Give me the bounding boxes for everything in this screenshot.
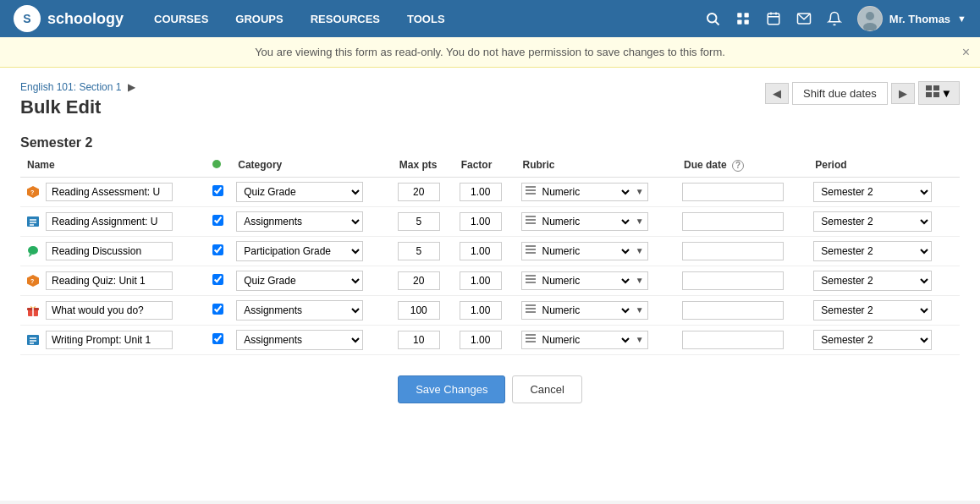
svg-rect-32 [526,245,536,247]
row-checkbox-3[interactable] [212,274,223,285]
name-input-3[interactable] [46,271,173,290]
period-select-0[interactable]: Semester 2Semester 1 [813,182,932,202]
search-button[interactable] [705,11,720,26]
factor-input-5[interactable] [460,331,502,349]
period-select-4[interactable]: Semester 2Semester 1 [813,300,932,320]
duedate-cell-0 [677,177,808,206]
duedate-help-icon[interactable]: ? [732,160,744,172]
rubric-icon-0 [526,185,536,198]
view-chevron-icon: ▼ [941,87,952,100]
notice-close-button[interactable]: × [962,45,970,60]
name-input-4[interactable] [46,301,173,320]
rubric-select-4[interactable]: NumericRubric 1 [539,304,632,317]
maxpts-input-1[interactable] [398,212,440,231]
grid-button[interactable] [735,11,751,26]
nav-tools[interactable]: TOOLS [402,9,450,29]
category-select-0[interactable]: Quiz GradeAssignmentsParticipation Grade… [236,182,363,202]
maxpts-input-0[interactable] [398,183,440,201]
factor-cell-2 [454,236,516,266]
user-menu[interactable]: Mr. Thomas ▼ [857,6,966,31]
category-select-1[interactable]: Quiz GradeAssignmentsParticipation Grade… [236,211,363,232]
period-select-3[interactable]: Semester 2Semester 1 [813,271,932,291]
factor-input-2[interactable] [460,242,502,260]
maxpts-input-4[interactable] [398,301,440,320]
notice-text: You are viewing this form as read-only. … [255,46,725,58]
category-select-5[interactable]: Quiz GradeAssignmentsParticipation Grade… [236,330,363,350]
svg-rect-5 [744,20,748,25]
nav-courses[interactable]: COURSES [149,9,213,29]
svg-text:?: ? [30,278,34,284]
period-select-1[interactable]: Semester 2Semester 1 [813,211,932,232]
table-row: ? Quiz GradeAssignmentsParticipation Gra… [20,266,960,295]
cancel-button[interactable]: Cancel [512,375,581,403]
factor-input-4[interactable] [460,301,502,320]
th-duedate: Due date ? [677,154,808,177]
table-row: Quiz GradeAssignmentsParticipation Grade… [20,236,960,266]
factor-input-0[interactable] [460,183,502,201]
rubric-select-5[interactable]: NumericRubric 1 [539,333,632,347]
duedate-input-5[interactable] [682,331,784,349]
name-input-0[interactable] [46,183,173,201]
duedate-cell-4 [677,295,808,325]
page-title: Bulk Edit [20,96,139,118]
view-toggle-button[interactable]: ▼ [918,81,960,105]
period-cell-1: Semester 2Semester 1 [808,206,960,236]
period-select-2[interactable]: Semester 2Semester 1 [813,241,932,261]
svg-rect-44 [526,308,536,310]
name-input-2[interactable] [46,242,173,260]
factor-input-1[interactable] [460,212,502,231]
calendar-button[interactable] [766,11,781,26]
maxpts-input-5[interactable] [398,331,440,349]
row-checkbox-1[interactable] [212,215,223,226]
nav-groups[interactable]: GROUPS [230,9,288,29]
rubric-cell-1: NumericRubric 1 ▼ [516,206,677,236]
shift-dates-button[interactable]: Shift due dates [792,82,888,105]
duedate-input-0[interactable] [682,183,784,201]
checkbox-cell-2 [206,236,232,266]
maxpts-input-3[interactable] [398,271,440,290]
rubric-select-1[interactable]: NumericRubric 1 [539,215,632,228]
factor-input-3[interactable] [460,271,502,290]
name-cell-5 [20,325,206,354]
rubric-select-0[interactable]: NumericRubric 1 [539,185,632,199]
svg-rect-22 [526,193,536,194]
svg-rect-4 [737,20,741,25]
name-input-1[interactable] [46,212,173,231]
category-select-4[interactable]: Quiz GradeAssignmentsParticipation Grade… [236,300,363,320]
duedate-input-2[interactable] [682,242,784,260]
row-checkbox-0[interactable] [212,185,223,196]
breadcrumb-arrow: ▶ [128,81,135,93]
mail-button[interactable] [796,11,812,26]
th-period: Period [808,154,960,177]
prev-dates-button[interactable]: ◀ [765,83,789,104]
rubric-select-3[interactable]: NumericRubric 1 [539,274,632,288]
checkbox-cell-0 [206,177,232,206]
rubric-select-2[interactable]: NumericRubric 1 [539,244,632,258]
next-dates-button[interactable]: ▶ [891,83,915,104]
row-checkbox-5[interactable] [212,333,223,344]
duedate-input-1[interactable] [682,212,784,231]
name-input-5[interactable] [46,331,173,349]
period-select-5[interactable]: Semester 2Semester 1 [813,330,932,350]
save-button[interactable]: Save Changes [398,375,505,403]
row-checkbox-4[interactable] [212,304,223,315]
maxpts-cell-1 [393,206,454,236]
logo[interactable]: S schoology [14,5,124,32]
category-select-2[interactable]: Quiz GradeAssignmentsParticipation Grade… [236,241,363,261]
category-cell-5: Quiz GradeAssignmentsParticipation Grade… [231,325,392,354]
maxpts-input-2[interactable] [398,242,440,260]
row-checkbox-2[interactable] [212,244,223,255]
duedate-cell-3 [677,266,808,295]
user-chevron-icon: ▼ [957,14,966,24]
breadcrumb-parent-link[interactable]: English 101: Section 1 [20,81,121,93]
category-select-3[interactable]: Quiz GradeAssignmentsParticipation Grade… [236,271,363,291]
bell-button[interactable] [827,11,842,26]
duedate-input-3[interactable] [682,271,784,290]
active-indicator [212,160,221,168]
nav-resources[interactable]: RESOURCES [306,9,385,29]
svg-rect-38 [526,278,536,280]
duedate-input-4[interactable] [682,301,784,320]
factor-cell-4 [454,295,516,325]
th-category: Category [231,154,392,177]
period-cell-2: Semester 2Semester 1 [808,236,960,266]
